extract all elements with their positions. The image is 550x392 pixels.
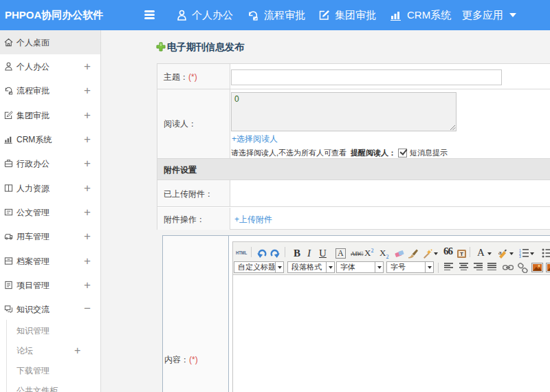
svg-text:a: a — [498, 250, 502, 256]
svg-text:T: T — [460, 251, 463, 257]
svg-text:3: 3 — [519, 254, 521, 258]
